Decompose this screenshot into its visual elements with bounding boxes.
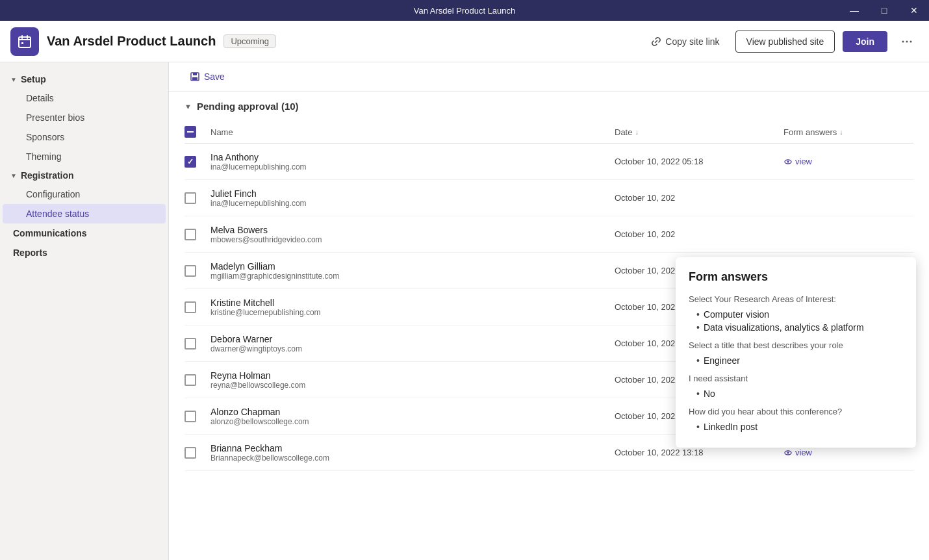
save-button[interactable]: Save [185, 69, 230, 84]
popup-question-4: How did you hear about this conference? [689, 407, 903, 416]
view-form-answers-link[interactable]: view [783, 157, 812, 166]
copy-site-link-button[interactable]: Copy site link [643, 32, 727, 51]
svg-rect-0 [19, 37, 31, 47]
row-checkbox-container[interactable] [185, 192, 210, 204]
svg-point-2 [902, 40, 904, 42]
sidebar-item-communications[interactable]: Communications [3, 223, 166, 243]
select-all-checkbox[interactable] [185, 126, 196, 138]
sidebar-item-theming[interactable]: Theming [3, 147, 166, 166]
minimize-button[interactable]: — [839, 0, 869, 21]
popup-answers-1: Computer visionData visualizations, anal… [689, 309, 903, 333]
row-checkbox[interactable] [185, 447, 196, 459]
row-checkbox[interactable] [185, 374, 196, 386]
pending-approval-header[interactable]: ▼ Pending approval (10) [169, 92, 929, 121]
link-icon [651, 36, 661, 47]
row-checkbox[interactable] [185, 338, 196, 350]
date-value: October 10, 202 [615, 229, 675, 239]
row-checkbox-container[interactable] [185, 411, 210, 422]
attendee-email: ina@lucernepublishing.com [210, 162, 615, 172]
sidebar-setup-label: Setup [21, 74, 46, 84]
attendee-info: Alonzo Chapman alonzo@bellowscollege.com [210, 407, 615, 426]
join-button[interactable]: Join [843, 31, 887, 52]
sidebar-item-details[interactable]: Details [3, 88, 166, 108]
row-checkbox-container[interactable] [185, 229, 210, 240]
attendee-name: Brianna Peckham [210, 443, 615, 453]
popup-answers-3: No [689, 388, 903, 399]
app-header: Van Arsdel Product Launch Upcoming Copy … [0, 21, 929, 62]
sidebar-item-sponsors[interactable]: Sponsors [3, 127, 166, 147]
date-value: October 10, 2022 05:18 [615, 157, 704, 166]
sidebar-section-registration[interactable]: ▼ Registration [0, 166, 168, 185]
column-header-form-answers[interactable]: Form answers ↓ [783, 127, 913, 137]
date-value: October 10, 202 [615, 193, 675, 203]
row-checkbox-container[interactable] [185, 374, 210, 386]
attendee-name: Ina Anthony [210, 152, 615, 162]
attendee-date: October 10, 2022 05:18 [615, 157, 783, 166]
svg-point-15 [787, 452, 789, 453]
attendee-name: Alonzo Chapman [210, 407, 615, 417]
select-all-checkbox-container[interactable] [185, 126, 210, 138]
attendee-email: reyna@bellowscollege.com [210, 381, 615, 390]
row-checkbox-container[interactable] [185, 156, 210, 168]
sidebar-item-presenter-bios[interactable]: Presenter bios [3, 108, 166, 127]
pending-chevron-icon: ▼ [185, 103, 192, 110]
svg-point-9 [787, 160, 789, 162]
date-sort-icon: ↓ [635, 128, 639, 136]
popup-answer-item: No [689, 388, 903, 399]
attendee-info: Melva Bowers mbowers@southridgevideo.com [210, 225, 615, 244]
svg-rect-6 [193, 73, 197, 75]
popup-answers-4: LinkedIn post [689, 422, 903, 432]
table-row: Melva Bowers mbowers@southridgevideo.com… [185, 216, 913, 253]
view-published-button[interactable]: View published site [735, 31, 835, 53]
row-checkbox[interactable] [185, 301, 196, 313]
row-checkbox-container[interactable] [185, 447, 210, 459]
save-label: Save [204, 71, 225, 82]
row-checkbox[interactable] [185, 265, 196, 277]
sidebar-section-setup[interactable]: ▼ Setup [0, 70, 168, 88]
row-checkbox-container[interactable] [185, 301, 210, 313]
row-checkbox[interactable] [185, 411, 196, 422]
attendee-name: Reyna Holman [210, 370, 615, 381]
view-form-answers-link[interactable]: view [783, 448, 812, 457]
attendee-email: mgilliam@graphicdesigninstitute.com [210, 272, 615, 281]
sidebar-registration-label: Registration [21, 170, 74, 181]
window-title: Van Arsdel Product Launch [414, 6, 516, 16]
save-bar: Save [169, 62, 929, 92]
attendee-info: Madelyn Gilliam mgilliam@graphicdesignin… [210, 261, 615, 281]
maximize-button[interactable]: □ [869, 0, 899, 21]
attendee-info: Ina Anthony ina@lucernepublishing.com [210, 152, 615, 172]
setup-chevron-icon: ▼ [10, 76, 17, 83]
svg-rect-1 [21, 42, 23, 44]
attendee-email: dwarner@wingtiptoys.com [210, 344, 615, 353]
sidebar-item-reports[interactable]: Reports [3, 243, 166, 262]
attendee-name: Debora Warner [210, 334, 615, 344]
row-checkbox[interactable] [185, 156, 196, 168]
svg-rect-7 [192, 77, 197, 80]
date-value: October 10, 202 [615, 302, 675, 312]
attendee-email: alonzo@bellowscollege.com [210, 417, 615, 426]
more-options-button[interactable] [895, 30, 919, 53]
row-checkbox-container[interactable] [185, 265, 210, 277]
form-answers-popup: Form answers Select Your Research Areas … [676, 257, 916, 448]
row-checkbox[interactable] [185, 192, 196, 204]
form-answers-cell: view [783, 157, 913, 166]
popup-title: Form answers [689, 270, 903, 284]
copy-link-label: Copy site link [665, 36, 719, 47]
attendee-info: Juliet Finch ina@lucernepublishing.com [210, 188, 615, 208]
attendee-email: kristine@lucernepublishing.com [210, 308, 615, 317]
attendee-name: Melva Bowers [210, 225, 615, 235]
popup-question-3: I need assistant [689, 374, 903, 383]
close-button[interactable]: ✕ [899, 0, 929, 21]
date-value: October 10, 202 [615, 266, 675, 275]
popup-answer-item: Data visualizations, analytics & platfor… [689, 322, 903, 333]
popup-answer-item: LinkedIn post [689, 422, 903, 432]
row-checkbox[interactable] [185, 229, 196, 240]
column-header-date[interactable]: Date ↓ [615, 127, 783, 137]
attendee-email: ina@lucernepublishing.com [210, 199, 615, 208]
form-answers-cell: view [783, 448, 913, 457]
sidebar-item-configuration[interactable]: Configuration [3, 185, 166, 204]
pending-approval-label: Pending approval (10) [197, 101, 299, 112]
sidebar-item-attendee-status[interactable]: Attendee status [3, 204, 166, 223]
row-checkbox-container[interactable] [185, 338, 210, 350]
app-icon [10, 27, 39, 56]
